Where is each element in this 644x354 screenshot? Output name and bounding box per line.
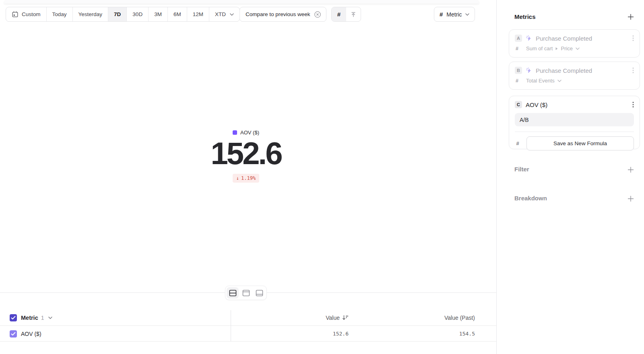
metric-badge: C: [515, 101, 522, 108]
divider: [515, 132, 634, 132]
uniques-toggle[interactable]: [346, 7, 361, 21]
aggregation-selector[interactable]: # Sum of cart Price: [515, 45, 634, 51]
delta-badge: ↓ 1.19%: [233, 174, 259, 183]
sort-descending-icon: [342, 315, 349, 321]
range-custom[interactable]: Custom: [6, 7, 46, 21]
value-past-column-header[interactable]: Value (Past): [444, 315, 475, 321]
aggregation-selector[interactable]: # Total Events: [515, 78, 634, 84]
legend: AOV ($): [0, 130, 492, 136]
table-header: Metric 1 Value Value (Past): [0, 310, 496, 326]
add-breakdown-button[interactable]: [627, 196, 634, 202]
breakdown-section-title: Breakdown: [514, 195, 547, 202]
total-values-toggle[interactable]: #: [332, 7, 346, 21]
chevron-down-icon: [557, 80, 561, 82]
aggregation-property: Price: [561, 45, 573, 51]
kebab-menu-icon[interactable]: [632, 67, 634, 74]
date-range-group: Custom Today Yesterday 7D 30D 3M 6M 12M …: [6, 7, 240, 22]
metric-card-b[interactable]: B Purchase Completed # Total Events: [509, 62, 640, 90]
arrow-up-to-line-icon: [350, 11, 357, 18]
number-type-icon: #: [516, 78, 521, 84]
card-top-edge: [4, 0, 479, 4]
value-column-label: Value: [326, 315, 340, 321]
big-number-value: 152.6: [0, 135, 492, 172]
filter-section-title: Filter: [514, 166, 529, 173]
chevron-down-icon: [230, 13, 234, 16]
range-label: Today: [52, 11, 67, 17]
kebab-menu-icon[interactable]: [632, 101, 634, 108]
range-3m[interactable]: 3M: [148, 7, 167, 21]
range-label: 6M: [173, 11, 181, 17]
metric-card-a[interactable]: A Purchase Completed # Sum of cart: [509, 29, 640, 58]
metric-badge: B: [515, 67, 522, 74]
range-label: Custom: [22, 11, 41, 17]
formula-text: A/B: [520, 117, 529, 123]
metric-event-name: Purchase Completed: [536, 35, 592, 42]
breadcrumb-arrow-icon: [555, 47, 558, 50]
range-label: XTD: [215, 11, 226, 17]
metric-column-index: 1: [41, 315, 44, 321]
select-all-checkbox[interactable]: [10, 314, 17, 321]
range-12m[interactable]: 12M: [187, 7, 209, 21]
number-type-icon: #: [516, 46, 521, 51]
range-label: 3M: [154, 11, 162, 17]
delta-row: ↓ 1.19%: [0, 174, 492, 183]
range-today[interactable]: Today: [46, 7, 72, 21]
range-label: 7D: [114, 11, 121, 17]
value-mode-toggle: #: [331, 7, 361, 22]
metric-badge: A: [515, 35, 522, 42]
metrics-report-page: Custom Today Yesterday 7D 30D 3M 6M 12M …: [0, 0, 644, 354]
formula-input[interactable]: A/B: [515, 113, 634, 126]
range-label: Yesterday: [78, 11, 103, 17]
save-as-new-formula-button[interactable]: Save as New Formula: [526, 136, 634, 150]
range-yesterday[interactable]: Yesterday: [72, 7, 108, 21]
metric-event-name: Purchase Completed: [536, 67, 592, 74]
range-label: 12M: [193, 11, 203, 17]
formula-name: AOV ($): [526, 101, 547, 108]
table-column-divider: [231, 310, 231, 341]
range-7d[interactable]: 7D: [108, 7, 126, 21]
arrow-down-icon: ↓: [236, 175, 239, 181]
toolbar: Custom Today Yesterday 7D 30D 3M 6M 12M …: [0, 7, 492, 22]
aggregation-label: Sum of cart: [526, 45, 553, 51]
chevron-down-icon: [576, 47, 580, 50]
chevron-down-icon[interactable]: [48, 317, 52, 319]
table-row[interactable]: AOV ($) 152.6 154.5: [0, 326, 496, 342]
aggregation-label: Total Events: [526, 78, 555, 84]
row-metric-name: AOV ($): [21, 331, 41, 337]
table-only-toggle[interactable]: [253, 287, 265, 298]
hash-icon: #: [440, 11, 443, 18]
row-value-past: 154.5: [459, 331, 475, 337]
query-builder-sidebar: Metrics A Purchase Completed #: [496, 0, 644, 354]
range-30d[interactable]: 30D: [126, 7, 148, 21]
range-xtd[interactable]: XTD: [209, 7, 239, 21]
split-view-toggle[interactable]: [227, 287, 239, 298]
view-toggles-row: [0, 286, 492, 300]
delta-value: 1.19%: [241, 175, 256, 181]
value-column-header[interactable]: Value: [326, 315, 349, 321]
legend-swatch: [233, 130, 237, 135]
chevron-down-icon: [465, 13, 469, 16]
row-checkbox[interactable]: [10, 330, 17, 338]
formula-card-c[interactable]: C AOV ($) A/B # Save as New Formula: [509, 96, 640, 149]
hash-icon: #: [337, 11, 341, 18]
range-6m[interactable]: 6M: [167, 7, 187, 21]
legend-item-aov[interactable]: AOV ($): [233, 130, 259, 136]
kebab-menu-icon[interactable]: [632, 35, 634, 41]
add-metric-button[interactable]: [627, 14, 634, 20]
value-past-column-label: Value (Past): [444, 315, 475, 321]
legend-label: AOV ($): [240, 130, 259, 136]
compare-chip[interactable]: Compare to previous week: [239, 7, 326, 22]
chart-only-toggle[interactable]: [240, 287, 252, 298]
metric-button-label: Metric: [446, 11, 462, 18]
event-spark-icon: [526, 35, 532, 41]
event-spark-icon: [526, 67, 532, 74]
remove-compare-icon[interactable]: [314, 11, 321, 18]
layout-toggle-group: [225, 286, 267, 300]
add-filter-button[interactable]: [627, 167, 634, 173]
number-type-icon: #: [515, 140, 520, 146]
metric-column-label[interactable]: Metric: [21, 315, 38, 321]
range-label: 30D: [132, 11, 142, 17]
metrics-section-title: Metrics: [514, 13, 536, 20]
calendar-icon: [12, 11, 19, 18]
metric-dropdown-button[interactable]: # Metric: [434, 7, 475, 22]
